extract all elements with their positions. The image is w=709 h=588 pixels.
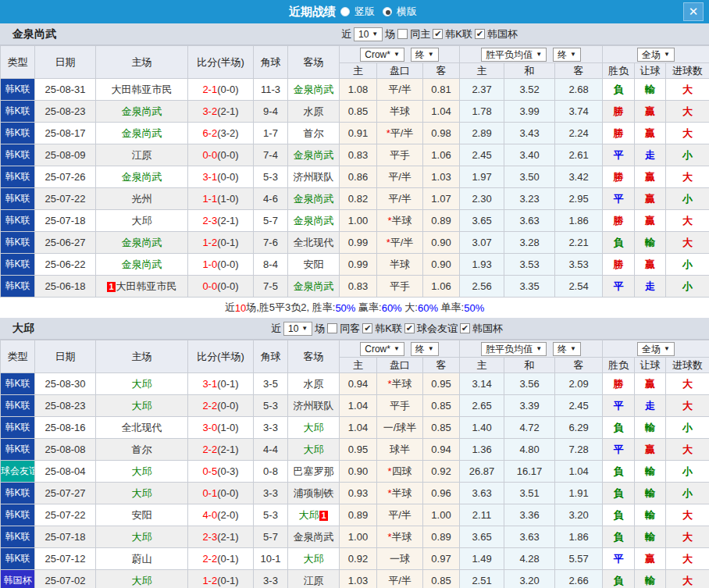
goals-result-cell: 大 [666, 548, 709, 570]
score-cell: 3-0(1-0) [188, 417, 254, 439]
home-odds-cell: 0.83 [340, 276, 377, 298]
team-text: 济州联队 [294, 171, 334, 183]
lose-odds-cell: 1.86 [555, 526, 603, 548]
match-count-select[interactable]: 10▼ [354, 27, 383, 41]
home-team-cell: 大田韩亚市民 [96, 79, 188, 101]
home-odds-cell: 0.86 [340, 166, 377, 188]
home-team-cell: 金泉尚武 [96, 123, 188, 144]
bookmaker-select[interactable]: Crow*▼ [360, 48, 404, 62]
vertical-layout-radio[interactable] [340, 7, 350, 16]
handicap-result-cell: 贏 [635, 254, 666, 276]
scope-select[interactable]: 全场▼ [637, 48, 675, 62]
win-odds-cell: 2.11 [460, 504, 504, 526]
vertical-layout-label[interactable]: 竖版 [354, 5, 375, 19]
team-text: 大邱 [304, 422, 324, 433]
handicap-cell: 一球 [377, 548, 423, 570]
red-card-badge: 1 [107, 282, 115, 292]
away-odds-cell: 0.90 [423, 232, 460, 254]
handicap-result-cell: 走 [635, 144, 666, 166]
team1-filter-controls: 近10▼场同主✔韩K联✔韩国杯 [341, 27, 518, 41]
handicap-cell: 平/半 [377, 570, 423, 588]
wdl-average-select[interactable]: 胜平负均值▼ [481, 342, 547, 356]
result-text: 大 [682, 531, 693, 543]
draw-odds-cell: 3.99 [504, 101, 555, 123]
league-filter-checkbox[interactable]: ✔ [475, 29, 485, 39]
horizontal-layout-label[interactable]: 横版 [397, 5, 417, 19]
league-badge-cell: 韩K联 [1, 232, 35, 254]
date-cell: 25-06-18 [35, 276, 96, 298]
final-odds-select[interactable]: 终▼ [553, 48, 581, 62]
scope-select[interactable]: 全场▼ [637, 342, 675, 356]
final-odds-select[interactable]: 终▼ [411, 342, 439, 356]
team2-filter-controls: 近10▼场同客✔韩K联✔球会友谊✔韩国杯 [271, 322, 503, 336]
corner-cell: 3-3 [254, 483, 288, 504]
same-venue-checkbox[interactable] [397, 29, 408, 39]
league-filter-checkbox[interactable]: ✔ [460, 323, 470, 333]
handicap-cell: 半球 [377, 254, 423, 276]
near-label: 近 [271, 322, 281, 336]
result-text: 大 [682, 509, 693, 521]
score-cell: 0-5(0-3) [188, 461, 254, 483]
team-text: 水原 [304, 105, 324, 117]
team1-name: 金泉尚武 [12, 27, 56, 41]
league-filter-checkbox[interactable]: ✔ [362, 323, 372, 333]
window-title: 近期战绩 [289, 5, 336, 20]
goals-result-cell: 大 [666, 373, 709, 395]
league-badge: 韩K联 [5, 553, 30, 564]
final-odds-select[interactable]: 终▼ [411, 48, 439, 62]
home-odds-cell: 0.99 [340, 232, 377, 254]
corner-cell: 4-4 [254, 439, 288, 461]
same-venue-checkbox[interactable] [327, 323, 337, 333]
draw-odds-cell: 3.20 [504, 570, 555, 588]
handicap-cell: *半球 [377, 526, 423, 548]
fulltime-score: 3-2 [202, 105, 217, 117]
col-home: 主场 [96, 46, 188, 79]
league-badge-cell: 韩K联 [1, 504, 35, 526]
league-badge-cell: 韩K联 [1, 439, 35, 461]
league-badge-cell: 韩K联 [1, 123, 35, 144]
table-row: 韩K联25-06-27金泉尚武1-2(0-1)7-6全北现代0.99*平/半0.… [1, 232, 709, 254]
win-odds-cell: 3.07 [460, 232, 504, 254]
league-badge: 韩K联 [5, 531, 30, 542]
halftime-score: (1-0) [217, 422, 238, 433]
team-text: 金泉尚武 [294, 215, 334, 226]
league-badge: 韩K联 [5, 84, 30, 94]
match-count-select[interactable]: 10▼ [283, 322, 312, 336]
col-type: 类型 [1, 340, 35, 373]
league-filter-checkbox[interactable]: ✔ [433, 29, 443, 39]
league-filter-checkbox[interactable]: ✔ [404, 323, 415, 333]
col-corner: 角球 [254, 46, 288, 79]
table-row: 韩K联25-07-12蔚山2-2(0-1)10-1大邱0.92一球0.971.4… [1, 548, 709, 570]
wdl-average-select[interactable]: 胜平负均值▼ [481, 48, 547, 62]
final-odds-select[interactable]: 终▼ [553, 342, 581, 356]
handicap-text: 平/半 [390, 127, 414, 139]
corner-cell: 3-3 [254, 570, 288, 588]
close-icon: ✕ [689, 5, 699, 19]
horizontal-layout-radio[interactable] [383, 7, 392, 16]
close-button[interactable]: ✕ [683, 2, 704, 21]
team-text: 大邱 [132, 465, 152, 477]
date-cell: 25-07-22 [35, 504, 96, 526]
col-away: 客场 [288, 340, 340, 373]
league-badge: 韩K联 [5, 509, 30, 520]
handicap-result-cell: 輸 [635, 79, 666, 101]
home-odds-cell: 0.85 [340, 101, 377, 123]
result-text: 贏 [645, 258, 655, 270]
result-cell: 負 [603, 79, 635, 101]
result-text: 平 [614, 400, 624, 412]
bookmaker-select[interactable]: Crow*▼ [360, 342, 404, 356]
goals-result-cell: 大 [666, 166, 709, 188]
win-odds-cell: 2.30 [460, 188, 504, 210]
goals-result-cell: 大 [666, 210, 709, 232]
halftime-score: (0-0) [217, 280, 238, 292]
team-text: 金泉尚武 [294, 531, 334, 543]
result-text: 勝 [614, 258, 624, 270]
games-label: 场 [315, 322, 325, 336]
team-text: 全北现代 [294, 237, 334, 248]
home-team-cell: 大邱 [96, 461, 188, 483]
away-team-cell: 江原 [288, 570, 340, 588]
date-cell: 25-08-16 [35, 417, 96, 439]
caret-icon: ▼ [570, 344, 576, 355]
league-badge: 韩K联 [5, 215, 30, 226]
result-text: 大 [682, 84, 693, 95]
